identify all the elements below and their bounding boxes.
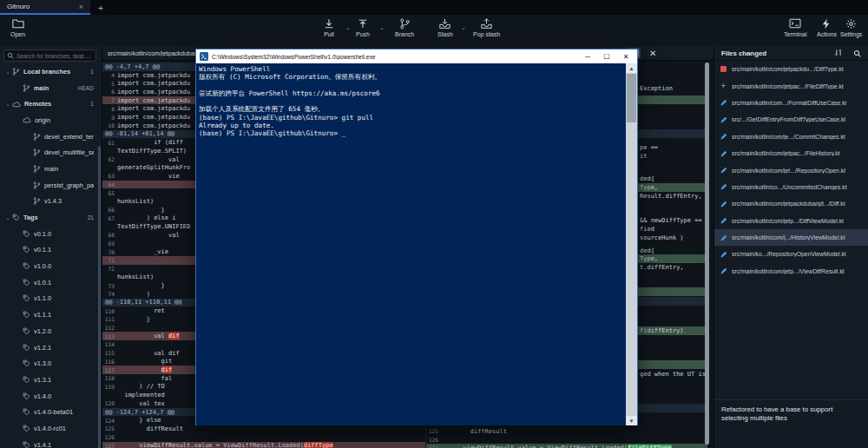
changed-file-row[interactable]: src/main/kotlin/co.../UncommitedChanges.…: [714, 179, 868, 195]
line-number: 9: [102, 115, 117, 121]
file-path: src/main/kotlin/com/j.../HistoryViewMode…: [732, 234, 845, 240]
minimize-icon[interactable]: ─: [580, 50, 595, 63]
chevron-down-icon[interactable]: ⌄: [3, 214, 12, 221]
sidebar-item-main[interactable]: main: [0, 161, 102, 177]
sidebar-item-v1-3-0[interactable]: v1.3.0: [0, 355, 102, 372]
pull-dropdown-icon[interactable]: ⌄: [345, 24, 351, 31]
diff-line: 127 viewDiffResult.value = ViewDiffResul…: [426, 444, 707, 448]
sidebar-item-v1-0-1[interactable]: v1.0.1: [0, 274, 102, 291]
stash-button[interactable]: Stash: [437, 17, 453, 37]
settings-button[interactable]: Settings: [840, 17, 862, 37]
powershell-window[interactable]: C:\Windows\System32\WindowsPowerShell\v1…: [195, 49, 638, 425]
terminal-icon: [789, 17, 801, 30]
scroll-thumb[interactable]: [627, 74, 636, 122]
changed-file-row[interactable]: src/main/kotlin/com/jetpackdu.../DiffTyp…: [714, 61, 868, 77]
stash-icon: [439, 17, 450, 30]
tab-close-icon[interactable]: ×: [79, 3, 83, 11]
changed-file-row[interactable]: src/main/kotlin/com.../FormatDiffUseCase…: [714, 95, 868, 111]
changed-file-row[interactable]: src/main/ko.../RepositoryOpenViewModel.k…: [714, 246, 868, 262]
files-search-icon[interactable]: [853, 49, 861, 57]
powershell-terminal[interactable]: Windows PowerShell版权所有 (C) Microsoft Cor…: [196, 63, 637, 425]
sidebar-item-v1-3-1[interactable]: v1.3.1: [0, 372, 102, 388]
powershell-titlebar[interactable]: C:\Windows\System32\WindowsPowerShell\v1…: [196, 49, 637, 63]
sidebar-item-persist-graph-paddin[interactable]: persist_graph_paddin: [0, 177, 102, 194]
search-input[interactable]: [16, 53, 91, 59]
close-diff-icon[interactable]: ✕: [649, 49, 656, 58]
stash-dropdown-icon[interactable]: ⌄: [461, 24, 466, 31]
sidebar-item-v1-0-0[interactable]: v1.0.0: [0, 258, 102, 274]
sidebar-item-v0-1-1[interactable]: v0.1.1: [0, 242, 102, 259]
group-by-icon[interactable]: [834, 49, 843, 57]
file-path: src/main/kotlin/com/jetpac.../FileHistor…: [732, 150, 840, 156]
changed-file-row[interactable]: src/main/kotlin/com/jet.../RepositoryOpe…: [714, 161, 868, 178]
changed-file-row[interactable]: src/main/kotlin/com/je.../CommitChanges.…: [714, 128, 868, 145]
line-number: 120: [102, 400, 117, 406]
open-button[interactable]: Open: [10, 17, 25, 37]
sidebar-item-v1-2-0[interactable]: v1.2.0: [0, 323, 102, 339]
sidebar-item-v1-4-0-beta01[interactable]: v1.4.0-beta01: [0, 404, 102, 420]
sidebar-section-tags[interactable]: ⌄Tags21: [0, 209, 102, 226]
branch-icon: [23, 84, 30, 92]
line-text: ret: [117, 307, 165, 314]
branch-search-box[interactable]: [3, 49, 96, 62]
changed-file-row[interactable]: +src/main/kotlin/com/jetpac.../FileDiffT…: [714, 77, 868, 94]
pop-stash-icon: [481, 17, 492, 30]
sidebar-section-remotes[interactable]: ⌄Remotes1: [0, 96, 102, 112]
sidebar-item-origin[interactable]: origin: [0, 112, 102, 128]
item-label: v1.3.0: [34, 359, 94, 367]
line-number: 64: [102, 181, 117, 188]
powershell-scrollbar[interactable]: ▲ ▼: [626, 63, 637, 425]
sidebar-item-v1-4-0-rc01[interactable]: v1.4.0-rc01: [0, 420, 102, 437]
changed-file-row[interactable]: src/main/kotlin/com/jetp.../DiffViewMode…: [714, 213, 868, 229]
push-dropdown-icon[interactable]: ⌄: [379, 24, 385, 31]
changed-file-row[interactable]: src/main/kotlin/com/jetp.../ViewDiffResu…: [714, 263, 868, 280]
tag-icon: [23, 425, 30, 432]
line-number: 6: [102, 89, 117, 95]
item-label: origin: [35, 116, 94, 124]
sidebar-item-v1-4-3[interactable]: v1.4.3: [0, 194, 102, 210]
pop-stash-button[interactable]: Pop stash: [473, 17, 500, 37]
actions-button[interactable]: Actions: [817, 17, 837, 37]
modified-icon: [720, 183, 727, 190]
item-label: main: [44, 165, 94, 173]
branch-button[interactable]: Branch: [395, 17, 414, 37]
tag-icon: [23, 311, 30, 319]
chevron-down-icon[interactable]: ⌄: [3, 69, 12, 75]
sidebar-item-v1-2-1[interactable]: v1.2.1: [0, 339, 102, 356]
modified-icon: [720, 267, 727, 274]
scroll-up-icon[interactable]: ▲: [626, 63, 637, 73]
line-number: 114: [102, 341, 117, 347]
sidebar-item-v1-4-1[interactable]: v1.4.1: [0, 437, 102, 448]
sidebar-item-v1-1-1[interactable]: v1.1.1: [0, 306, 102, 323]
line-number: 116: [102, 359, 117, 365]
line-text: hunksList): [117, 198, 154, 205]
sidebar-item-main[interactable]: mainHEAD: [0, 80, 102, 96]
close-icon[interactable]: ✕: [618, 50, 634, 63]
sidebar-item-v1-4-0[interactable]: v1.4.0: [0, 388, 102, 405]
sidebar-scrollbar[interactable]: [98, 146, 101, 448]
new-tab-button[interactable]: +: [90, 0, 111, 15]
tag-icon: [23, 230, 30, 238]
files-changed-list: src/main/kotlin/com/jetpackdu.../DiffTyp…: [714, 61, 868, 280]
line-text: import com.jetpackdu: [117, 89, 190, 96]
changed-file-row[interactable]: src/main/kotlin/com/jetpackduba/git.../D…: [714, 195, 868, 212]
sidebar-item-devel-extend-termina[interactable]: devel_extend_termina: [0, 128, 102, 145]
diff-scrollbar[interactable]: [705, 63, 709, 445]
scroll-down-icon[interactable]: ▼: [626, 416, 637, 425]
sidebar-section-local-branches[interactable]: ⌄Local branches1: [0, 63, 102, 80]
changed-file-row[interactable]: src/.../GetDiffEntryFromDiffTypeUseCase.…: [714, 111, 868, 128]
changed-file-row[interactable]: src/main/kotlin/com/jetpac.../FileHistor…: [714, 145, 868, 161]
changed-file-row[interactable]: src/main/kotlin/com/j.../HistoryViewMode…: [714, 229, 868, 246]
pull-button[interactable]: Pull: [324, 17, 334, 37]
chevron-down-icon[interactable]: ⌄: [3, 101, 12, 107]
file-path: src/main/kotlin/com/jetpackduba/git.../D…: [732, 201, 845, 207]
maximize-icon[interactable]: ☐: [599, 50, 615, 63]
sidebar-item-v1-1-0[interactable]: v1.1.0: [0, 291, 102, 307]
push-button[interactable]: Push: [356, 17, 370, 37]
sidebar-item-devel-multifile-selecti[interactable]: devel_multifile_selecti: [0, 144, 102, 161]
sidebar-item-v0-1-0[interactable]: v0.1.0: [0, 226, 102, 242]
tab-gitnuro[interactable]: Gitnuro ×: [0, 0, 90, 15]
terminal-button[interactable]: Terminal: [784, 17, 806, 37]
line-text: import com.jetpackdu: [117, 122, 190, 129]
line-text: fal: [117, 375, 172, 382]
